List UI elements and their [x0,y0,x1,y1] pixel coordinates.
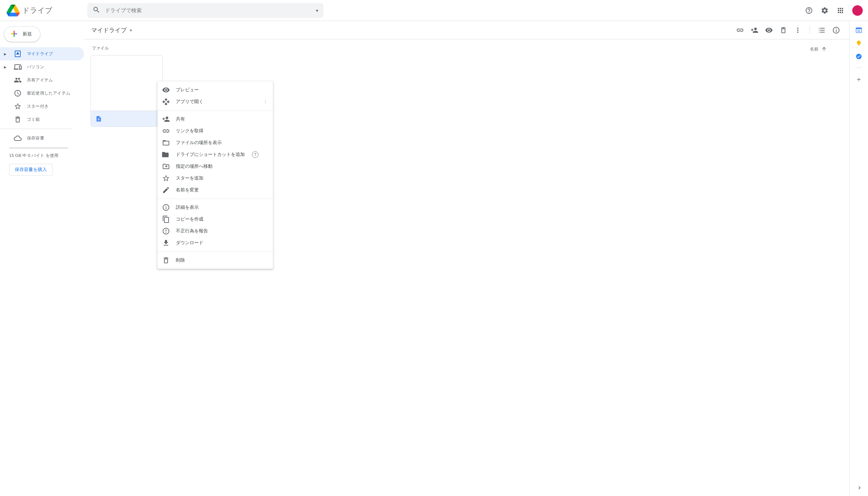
openwith-icon [162,98,170,106]
menu-item-shortcut[interactable]: ドライブにショートカットを追加? [158,149,273,160]
menu-item-report[interactable]: 不正行為を報告 [158,225,273,237]
arrow-up-icon [821,46,827,53]
more-actions-button[interactable] [791,24,804,37]
list-view-button[interactable] [815,24,828,37]
menu-item-star[interactable]: スターを追加 [158,172,273,184]
preview-button[interactable] [762,24,775,37]
report-icon [162,227,170,235]
menu-item-label: プレビュー [176,87,199,93]
file-card[interactable] [91,55,163,127]
personadd-icon [162,115,170,123]
menu-item-label: 詳細を表示 [176,204,199,211]
menu-separator [158,199,273,199]
get-link-button[interactable] [734,24,746,37]
star-icon [162,174,170,182]
copy-icon [162,215,170,223]
menu-item-label: 不正行為を報告 [176,228,208,234]
menu-item-label: ドライブにショートカットを追加 [176,152,245,158]
caret-down-icon: ▼ [129,29,132,32]
menu-item-label: コピーを作成 [176,216,204,222]
context-menu: プレビュー アプリで開く〉 共有 リンクを取得 ファイルの場所を表示 ドライブに… [158,81,273,269]
menu-item-label: リンクを取得 [176,128,204,134]
folder-icon [162,139,170,147]
breadcrumb-label: マイドライブ [91,26,127,34]
menu-item-label: 削除 [176,257,185,263]
menu-item-trash[interactable]: 削除 [158,254,273,266]
info-icon [162,203,170,212]
menu-item-copy[interactable]: コピーを作成 [158,213,273,225]
menu-item-personadd[interactable]: 共有 [158,113,273,125]
side-panel-toggle[interactable] [856,484,863,492]
menu-item-moveto[interactable]: 指定の場所へ移動 [158,160,273,172]
menu-separator [158,251,273,252]
view-details-button[interactable] [830,24,843,37]
link-icon [162,127,170,135]
menu-item-eye[interactable]: プレビュー [158,84,273,96]
toolbar-separator [809,26,810,34]
menu-item-label: 名前を変更 [176,187,199,193]
file-thumbnail [91,56,162,111]
menu-separator [158,110,273,111]
eye-icon [162,86,170,94]
delete-button[interactable] [777,24,790,37]
menu-item-rename[interactable]: 名前を変更 [158,184,273,196]
moveto-icon [162,162,170,170]
sort-button[interactable]: 名前 [810,46,827,53]
menu-item-link[interactable]: リンクを取得 [158,125,273,137]
section-title: ファイル [92,45,109,51]
menu-item-openwith[interactable]: アプリで開く〉 [158,96,273,108]
menu-item-folder[interactable]: ファイルの場所を表示 [158,137,273,149]
breadcrumb[interactable]: マイドライブ ▼ [91,26,132,34]
menu-item-label: 共有 [176,116,185,122]
shortcut-icon [162,151,170,158]
menu-item-download[interactable]: ダウンロード [158,237,273,249]
chevron-right-icon: 〉 [264,99,268,105]
docs-icon [95,115,102,122]
menu-item-info[interactable]: 詳細を表示 [158,202,273,213]
menu-item-label: ファイルの場所を表示 [176,140,222,146]
share-button[interactable] [748,24,761,37]
menu-item-label: ダウンロード [176,240,204,246]
menu-item-label: スターを追加 [176,175,204,181]
sort-label: 名前 [810,46,818,52]
help-icon[interactable]: ? [252,151,258,158]
menu-item-label: アプリで開く [176,99,204,105]
rename-icon [162,186,170,194]
download-icon [162,239,170,247]
trash-icon [162,257,170,264]
menu-item-label: 指定の場所へ移動 [176,164,212,169]
